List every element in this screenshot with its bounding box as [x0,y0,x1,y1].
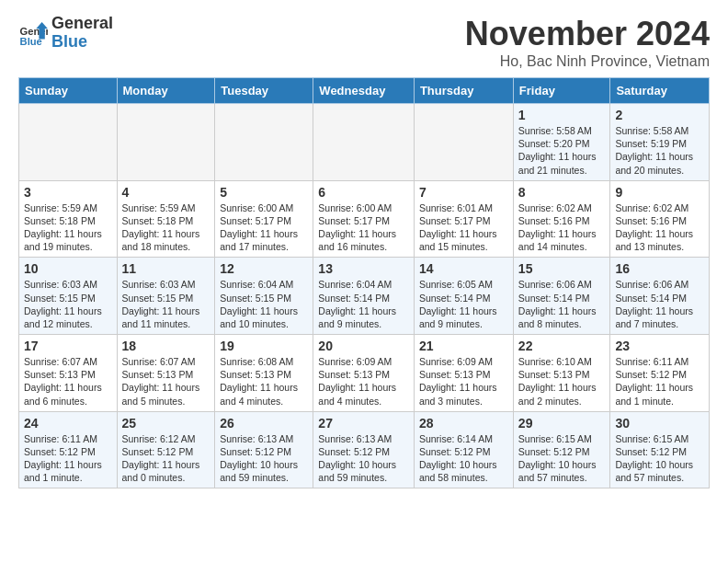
svg-text:Blue: Blue [20,36,42,47]
table-row [19,104,118,181]
day-info: Sunrise: 6:06 AMSunset: 5:14 PMDaylight:… [615,278,704,330]
day-number: 26 [220,416,308,431]
header-thursday: Thursday [414,78,513,104]
table-row [313,104,415,181]
day-info: Sunrise: 5:59 AMSunset: 5:18 PMDaylight:… [24,201,112,254]
day-info: Sunrise: 6:12 AMSunset: 5:12 PMDaylight:… [122,432,210,485]
day-number: 3 [24,185,112,200]
table-row: 7Sunrise: 6:01 AMSunset: 5:17 PMDaylight… [414,180,513,258]
day-info: Sunrise: 6:14 AMSunset: 5:12 PMDaylight:… [419,432,508,485]
day-number: 21 [419,339,508,353]
day-number: 19 [220,339,308,353]
day-info: Sunrise: 6:11 AMSunset: 5:12 PMDaylight:… [615,355,704,408]
day-info: Sunrise: 6:01 AMSunset: 5:17 PMDaylight:… [419,201,508,254]
day-number: 5 [220,185,308,200]
day-info: Sunrise: 6:03 AMSunset: 5:15 PMDaylight:… [24,278,112,330]
table-row: 12Sunrise: 6:04 AMSunset: 5:15 PMDayligh… [215,258,313,335]
day-info: Sunrise: 6:08 AMSunset: 5:13 PMDaylight:… [220,355,308,408]
day-number: 15 [518,261,606,276]
table-row: 17Sunrise: 6:07 AMSunset: 5:13 PMDayligh… [19,335,118,412]
day-number: 9 [615,185,704,200]
day-number: 28 [419,416,508,431]
day-info: Sunrise: 6:11 AMSunset: 5:12 PMDaylight:… [24,432,112,485]
day-number: 29 [518,416,606,431]
header: General Blue General Blue November 2024 … [18,15,710,70]
table-row: 8Sunrise: 6:02 AMSunset: 5:16 PMDaylight… [513,180,610,258]
table-row: 6Sunrise: 6:00 AMSunset: 5:17 PMDaylight… [313,180,415,258]
table-row: 28Sunrise: 6:14 AMSunset: 5:12 PMDayligh… [414,411,513,488]
table-row: 23Sunrise: 6:11 AMSunset: 5:12 PMDayligh… [610,335,710,412]
day-number: 23 [615,339,704,353]
header-sunday: Sunday [19,78,118,104]
day-info: Sunrise: 6:02 AMSunset: 5:16 PMDaylight:… [615,201,704,254]
day-number: 2 [615,108,704,122]
day-info: Sunrise: 6:09 AMSunset: 5:13 PMDaylight:… [419,355,508,408]
day-number: 11 [122,261,210,276]
day-number: 8 [518,185,606,200]
location: Ho, Bac Ninh Province, Vietnam [465,53,710,70]
day-number: 7 [419,185,508,200]
calendar-week-row: 3Sunrise: 5:59 AMSunset: 5:18 PMDaylight… [19,180,710,258]
logo-general-text: General [51,15,113,33]
table-row: 16Sunrise: 6:06 AMSunset: 5:14 PMDayligh… [610,258,710,335]
day-info: Sunrise: 6:02 AMSunset: 5:16 PMDaylight:… [518,201,606,254]
day-info: Sunrise: 5:58 AMSunset: 5:20 PMDaylight:… [518,124,606,177]
day-info: Sunrise: 6:13 AMSunset: 5:12 PMDaylight:… [318,432,409,485]
day-info: Sunrise: 6:00 AMSunset: 5:17 PMDaylight:… [220,201,308,254]
title-block: November 2024 Ho, Bac Ninh Province, Vie… [465,15,710,70]
table-row: 19Sunrise: 6:08 AMSunset: 5:13 PMDayligh… [215,335,313,412]
table-row [414,104,513,181]
day-info: Sunrise: 6:15 AMSunset: 5:12 PMDaylight:… [518,432,606,485]
table-row [117,104,215,181]
table-row: 24Sunrise: 6:11 AMSunset: 5:12 PMDayligh… [19,411,118,488]
table-row [215,104,313,181]
table-row: 5Sunrise: 6:00 AMSunset: 5:17 PMDaylight… [215,180,313,258]
calendar-table: Sunday Monday Tuesday Wednesday Thursday… [18,77,710,488]
table-row: 21Sunrise: 6:09 AMSunset: 5:13 PMDayligh… [414,335,513,412]
day-number: 20 [318,339,409,353]
day-number: 1 [518,108,606,122]
day-number: 27 [318,416,409,431]
table-row: 2Sunrise: 5:58 AMSunset: 5:19 PMDaylight… [610,104,710,181]
day-number: 25 [122,416,210,431]
calendar-week-row: 1Sunrise: 5:58 AMSunset: 5:20 PMDaylight… [19,104,710,181]
table-row: 4Sunrise: 5:59 AMSunset: 5:18 PMDaylight… [117,180,215,258]
day-number: 12 [220,261,308,276]
table-row: 3Sunrise: 5:59 AMSunset: 5:18 PMDaylight… [19,180,118,258]
logo-text: General Blue [51,15,113,52]
day-info: Sunrise: 6:06 AMSunset: 5:14 PMDaylight:… [518,278,606,330]
day-info: Sunrise: 6:10 AMSunset: 5:13 PMDaylight:… [518,355,606,408]
day-number: 13 [318,261,409,276]
day-number: 24 [24,416,112,431]
table-row: 9Sunrise: 6:02 AMSunset: 5:16 PMDaylight… [610,180,710,258]
table-row: 26Sunrise: 6:13 AMSunset: 5:12 PMDayligh… [215,411,313,488]
day-info: Sunrise: 5:59 AMSunset: 5:18 PMDaylight:… [122,201,210,254]
table-row: 22Sunrise: 6:10 AMSunset: 5:13 PMDayligh… [513,335,610,412]
logo-icon: General Blue [18,18,48,48]
day-info: Sunrise: 6:07 AMSunset: 5:13 PMDaylight:… [122,355,210,408]
day-info: Sunrise: 6:09 AMSunset: 5:13 PMDaylight:… [318,355,409,408]
day-number: 10 [24,261,112,276]
day-info: Sunrise: 6:04 AMSunset: 5:14 PMDaylight:… [318,278,409,330]
day-info: Sunrise: 6:15 AMSunset: 5:12 PMDaylight:… [615,432,704,485]
logo-blue-text: Blue [51,33,113,52]
day-number: 17 [24,339,112,353]
day-info: Sunrise: 6:03 AMSunset: 5:15 PMDaylight:… [122,278,210,330]
weekday-header-row: Sunday Monday Tuesday Wednesday Thursday… [19,78,710,104]
logo: General Blue General Blue [18,15,113,52]
table-row: 18Sunrise: 6:07 AMSunset: 5:13 PMDayligh… [117,335,215,412]
day-number: 18 [122,339,210,353]
day-number: 6 [318,185,409,200]
header-monday: Monday [117,78,215,104]
header-friday: Friday [513,78,610,104]
day-number: 22 [518,339,606,353]
header-wednesday: Wednesday [313,78,415,104]
day-number: 14 [419,261,508,276]
table-row: 25Sunrise: 6:12 AMSunset: 5:12 PMDayligh… [117,411,215,488]
day-info: Sunrise: 6:13 AMSunset: 5:12 PMDaylight:… [220,432,308,485]
day-info: Sunrise: 6:07 AMSunset: 5:13 PMDaylight:… [24,355,112,408]
header-tuesday: Tuesday [215,78,313,104]
table-row: 20Sunrise: 6:09 AMSunset: 5:13 PMDayligh… [313,335,415,412]
table-row: 29Sunrise: 6:15 AMSunset: 5:12 PMDayligh… [513,411,610,488]
table-row: 1Sunrise: 5:58 AMSunset: 5:20 PMDaylight… [513,104,610,181]
